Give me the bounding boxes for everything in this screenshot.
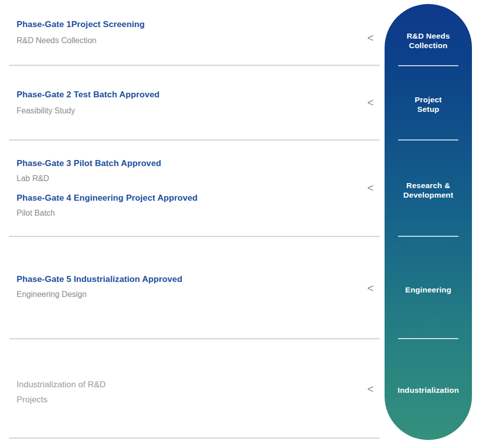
phase-gate-3-title[interactable]: Phase-Gate 3 Pilot Batch Approved <box>17 159 161 169</box>
phase-gate-2-title[interactable]: Phase-Gate 2 Test Batch Approved <box>17 90 160 100</box>
phase-gate-4-title[interactable]: Phase-Gate 4 Engineering Project Approve… <box>17 193 198 203</box>
phase-gate-2-subtitle: Feasibility Study <box>17 106 75 116</box>
phase-gate-4-subtitle: Pilot Batch <box>17 208 55 218</box>
stage-capsule: R&D Needs Collection Project Setup Resea… <box>385 4 472 440</box>
stage-label-engineering: Engineering <box>385 285 472 294</box>
phase-gate-process-diagram: Phase-Gate 1Project Screening R&D Needs … <box>0 0 487 448</box>
stage-separator <box>398 338 458 339</box>
collapse-chevron-icon[interactable]: < <box>365 97 376 109</box>
collapse-chevron-icon[interactable]: < <box>365 282 376 294</box>
stage-label-project-setup: Project Setup <box>385 95 472 114</box>
phase-gate-1-title[interactable]: Phase-Gate 1Project Screening <box>17 20 145 30</box>
section-divider <box>9 65 380 66</box>
stage-separator <box>398 139 458 140</box>
stage-separator <box>398 65 458 66</box>
stage-label-rd-needs-collection: R&D Needs Collection <box>385 31 472 50</box>
collapse-chevron-icon[interactable]: < <box>365 182 376 194</box>
section-divider <box>9 338 380 340</box>
stage-label-research-development: Research & Development <box>385 181 472 200</box>
phase-gate-5-title[interactable]: Phase-Gate 5 Industrialization Approved <box>17 274 182 284</box>
section-divider <box>9 236 380 237</box>
stage-label-industrialization: Industrialization <box>385 385 472 395</box>
phase-gate-1-subtitle: R&D Needs Collection <box>17 36 96 46</box>
phase-gate-5-subtitle: Engineering Design <box>17 289 87 300</box>
phase-gate-3-subtitle: Lab R&D <box>17 174 49 184</box>
stage-separator <box>398 236 458 237</box>
industrialization-projects-text: Industrialization of R&D Projects <box>17 377 106 407</box>
collapse-chevron-icon[interactable]: < <box>365 383 376 395</box>
section-divider <box>9 437 380 439</box>
collapse-chevron-icon[interactable]: < <box>365 32 376 44</box>
section-divider <box>9 139 380 141</box>
